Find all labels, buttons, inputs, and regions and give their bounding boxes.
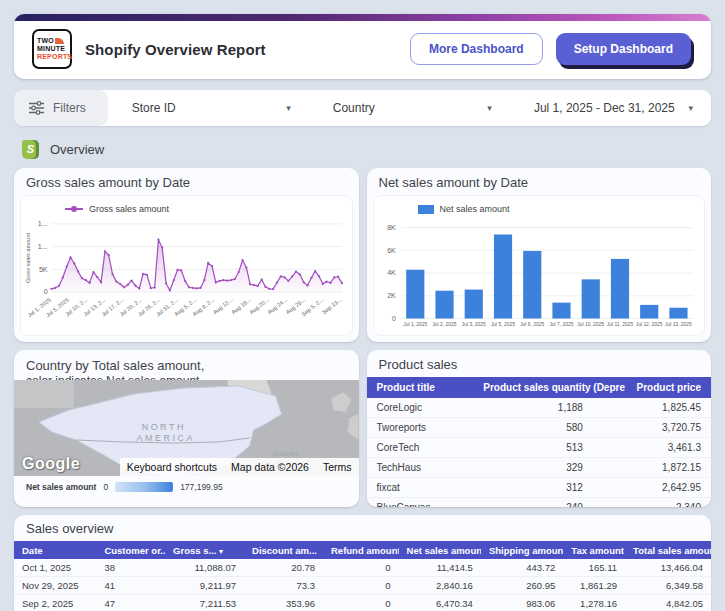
chevron-down-icon: ▾ bbox=[286, 103, 291, 113]
table-cell: 9,211.97 bbox=[165, 577, 244, 595]
table-row: TechHaus3291,872.15 bbox=[367, 458, 712, 478]
svg-text:8K: 8K bbox=[387, 224, 396, 232]
country-filter[interactable]: Country ▾ bbox=[309, 101, 510, 115]
terms-link[interactable]: Terms bbox=[316, 458, 359, 476]
store-id-filter[interactable]: Store ID ▾ bbox=[108, 101, 309, 115]
svg-text:1...: 1... bbox=[38, 220, 48, 228]
dashboard-page: TWO MINUTE REPORTS Shopify Overview Repo… bbox=[0, 14, 725, 611]
svg-text:Jul 6, 2025: Jul 6, 2025 bbox=[520, 322, 544, 327]
map-legend-min: 0 bbox=[103, 482, 108, 492]
table-header-row: Product titleProduct sales quantity (Dep… bbox=[367, 377, 712, 398]
net-sales-chart-title: Net sales amount by Date bbox=[367, 168, 712, 195]
overview-section-header: S Overview bbox=[22, 139, 711, 159]
column-header[interactable]: Product title bbox=[367, 377, 474, 398]
table-cell: 1,872.15 bbox=[625, 458, 711, 478]
filters-chip: Filters bbox=[14, 90, 108, 126]
table-cell: 1,188 bbox=[473, 398, 625, 418]
table-cell: 1,278.16 bbox=[563, 595, 625, 611]
net-sales-legend: Net sales amount bbox=[376, 200, 703, 215]
svg-text:Jul 10, 2025: Jul 10, 2025 bbox=[577, 322, 604, 327]
svg-text:4K: 4K bbox=[387, 269, 396, 277]
logo-line-3: REPORTS bbox=[37, 53, 67, 61]
table-cell: Oct 1, 2025 bbox=[14, 559, 96, 577]
filters-bar: Filters Store ID ▾ Country ▾ Jul 1, 2025… bbox=[14, 90, 711, 126]
more-dashboard-button[interactable]: More Dashboard bbox=[410, 33, 543, 65]
table-cell: 73.3 bbox=[244, 577, 323, 595]
setup-dashboard-button[interactable]: Setup Dashboard bbox=[556, 33, 691, 65]
section-title: Overview bbox=[50, 142, 104, 157]
google-map[interactable]: NORTH AMERICA Atlantic Ocean Google Keyb… bbox=[14, 380, 359, 476]
table-cell: 41 bbox=[96, 577, 165, 595]
header-card: TWO MINUTE REPORTS Shopify Overview Repo… bbox=[14, 14, 711, 79]
table-cell: CoreLogic bbox=[367, 398, 474, 418]
svg-text:Jul 5, 2025: Jul 5, 2025 bbox=[490, 322, 514, 327]
table-cell: 983.06 bbox=[481, 595, 563, 611]
column-header[interactable]: Net sales amount bbox=[399, 541, 481, 559]
table-cell: TechHaus bbox=[367, 458, 474, 478]
product-sales-table: Product titleProduct sales quantity (Dep… bbox=[367, 377, 712, 507]
column-header[interactable]: Refund amount bbox=[323, 541, 399, 559]
page-title: Shopify Overview Report bbox=[85, 41, 266, 58]
column-header[interactable]: Product sales quantity (Deprecated) ▾ bbox=[473, 377, 625, 398]
column-header[interactable]: Customer or... bbox=[96, 541, 165, 559]
table-cell: 165.11 bbox=[563, 559, 625, 577]
two-minute-reports-logo: TWO MINUTE REPORTS bbox=[32, 29, 72, 69]
svg-text:1...: 1... bbox=[38, 243, 48, 251]
sort-caret-icon: ▾ bbox=[219, 547, 223, 556]
table-row: Tworeports5803,720.75 bbox=[367, 418, 712, 438]
svg-text:Jul 2, 2025: Jul 2, 2025 bbox=[432, 322, 456, 327]
table-cell: 329 bbox=[473, 458, 625, 478]
column-header[interactable]: Date bbox=[14, 541, 96, 559]
table-cell: 20.78 bbox=[244, 559, 323, 577]
map-data-label: Map data ©2026 bbox=[224, 458, 316, 476]
column-header[interactable]: Gross s... ▾ bbox=[165, 541, 244, 559]
svg-text:0: 0 bbox=[44, 288, 48, 296]
table-cell: 13,466.04 bbox=[625, 559, 711, 577]
svg-text:Jul 12, 2025: Jul 12, 2025 bbox=[635, 322, 662, 327]
table-cell: Tworeports bbox=[367, 418, 474, 438]
shopify-icon: S bbox=[22, 140, 39, 159]
table-row: fixcat3122,642.95 bbox=[367, 478, 712, 498]
column-header[interactable]: Total sales amount bbox=[625, 541, 711, 559]
table-cell: fixcat bbox=[367, 478, 474, 498]
column-header[interactable]: Discount am... bbox=[244, 541, 323, 559]
keyboard-shortcuts-link[interactable]: Keyboard shortcuts bbox=[120, 458, 224, 476]
table-cell: 260.95 bbox=[481, 577, 563, 595]
chevron-down-icon: ▾ bbox=[487, 103, 492, 113]
net-sales-legend-label: Net sales amount bbox=[440, 204, 510, 214]
svg-text:Gross sales amount: Gross sales amount bbox=[25, 232, 31, 283]
table-cell: 2,642.95 bbox=[625, 478, 711, 498]
svg-text:2K: 2K bbox=[387, 292, 396, 300]
column-header[interactable]: Shipping amount bbox=[481, 541, 563, 559]
svg-text:AMERICA: AMERICA bbox=[137, 433, 195, 443]
table-cell: CoreTech bbox=[367, 438, 474, 458]
table-cell: 47 bbox=[96, 595, 165, 611]
table-row: Nov 29, 2025419,211.9773.302,840.16260.9… bbox=[14, 577, 711, 595]
table-cell: 4,842.05 bbox=[625, 595, 711, 611]
table-cell: 240 bbox=[473, 498, 625, 508]
table-cell: 513 bbox=[473, 438, 625, 458]
column-header[interactable]: Tax amount bbox=[563, 541, 625, 559]
table-cell: 3,720.75 bbox=[625, 418, 711, 438]
svg-text:Jul 7, 2025: Jul 7, 2025 bbox=[549, 322, 573, 327]
table-cell: 0 bbox=[323, 577, 399, 595]
filters-label: Filters bbox=[53, 101, 86, 115]
table-cell: Nov 29, 2025 bbox=[14, 577, 96, 595]
table-row: CoreLogic1,1881,825.45 bbox=[367, 398, 712, 418]
country-filter-label: Country bbox=[333, 101, 375, 115]
table-header-row: DateCustomer or...Gross s... ▾Discount a… bbox=[14, 541, 711, 559]
date-range-filter[interactable]: Jul 1, 2025 - Dec 31, 2025 ▾ bbox=[510, 101, 711, 115]
table-row: Sep 2, 2025477,211.53353.9606,470.34983.… bbox=[14, 595, 711, 611]
svg-text:NORTH: NORTH bbox=[142, 422, 186, 432]
table-cell: 3,461.3 bbox=[625, 438, 711, 458]
svg-text:Jul 11, 2025: Jul 11, 2025 bbox=[606, 322, 633, 327]
sales-overview-table: DateCustomer or...Gross s... ▾Discount a… bbox=[14, 541, 711, 611]
table-row: BlueCanvas2402,340 bbox=[367, 498, 712, 508]
column-header[interactable]: Product price bbox=[625, 377, 711, 398]
table-cell: 7,211.53 bbox=[165, 595, 244, 611]
table-cell: 1,861.29 bbox=[563, 577, 625, 595]
svg-text:6K: 6K bbox=[387, 247, 396, 255]
net-sales-chart-panel: Net sales amount 02K4K6K8KJul 1, 2025Jul… bbox=[373, 195, 706, 336]
table-cell: Sep 2, 2025 bbox=[14, 595, 96, 611]
gross-sales-chart-title: Gross sales amount by Date bbox=[14, 168, 359, 195]
